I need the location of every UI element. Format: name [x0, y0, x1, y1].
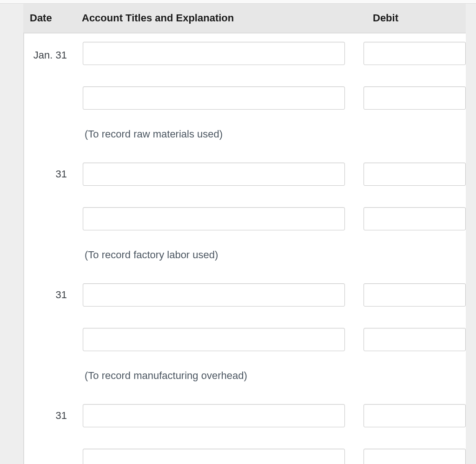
account-input[interactable] — [83, 328, 345, 351]
account-input[interactable] — [83, 449, 345, 464]
header-date: Date — [23, 4, 75, 33]
account-input[interactable] — [83, 163, 345, 186]
debit-input[interactable] — [364, 207, 466, 230]
explanation-text: (To record factory labor used) — [83, 238, 345, 276]
table-row — [23, 83, 466, 113]
explanation-text: (To record raw materials used) — [83, 117, 345, 155]
debit-input[interactable] — [364, 283, 466, 307]
content-wrap: Date Account Titles and Explanation Debi… — [0, 4, 476, 464]
debit-input[interactable] — [364, 449, 466, 464]
table-row: 31 — [23, 159, 466, 190]
spacer-row — [23, 190, 466, 203]
account-input[interactable] — [83, 283, 345, 307]
page-background: Date Account Titles and Explanation Debi… — [0, 0, 476, 464]
table-row: (To record factory labor used) — [23, 234, 466, 280]
table-row: (To record raw materials used) — [23, 113, 466, 159]
account-input[interactable] — [83, 404, 345, 427]
spacer-row — [23, 69, 466, 83]
debit-input[interactable] — [364, 404, 466, 427]
table-row: (To record manufacturing overhead) — [23, 355, 466, 400]
date-cell: 31 — [23, 280, 75, 310]
table-row — [23, 324, 466, 355]
debit-input[interactable] — [364, 86, 466, 110]
date-cell: Jan. 31 — [23, 33, 75, 69]
debit-input[interactable] — [364, 163, 466, 186]
table-row — [23, 203, 466, 234]
date-cell: 31 — [23, 400, 75, 431]
debit-input[interactable] — [364, 328, 466, 351]
header-account: Account Titles and Explanation — [75, 4, 345, 33]
debit-input[interactable] — [364, 42, 466, 65]
journal-table: Date Account Titles and Explanation Debi… — [23, 4, 466, 464]
account-input[interactable] — [83, 42, 345, 65]
table-row: Jan. 31 — [23, 33, 466, 69]
date-cell: 31 — [23, 159, 75, 190]
table-row: 31 — [23, 400, 466, 431]
header-row: Date Account Titles and Explanation Debi… — [23, 4, 466, 33]
explanation-text: (To record manufacturing overhead) — [83, 359, 345, 397]
spacer-row — [23, 431, 466, 445]
account-input[interactable] — [83, 207, 345, 230]
spacer-row — [23, 310, 466, 324]
table-row: 31 — [23, 280, 466, 310]
header-debit: Debit — [345, 4, 466, 33]
top-bar — [0, 0, 476, 4]
table-row — [23, 445, 466, 464]
account-input[interactable] — [83, 86, 345, 110]
